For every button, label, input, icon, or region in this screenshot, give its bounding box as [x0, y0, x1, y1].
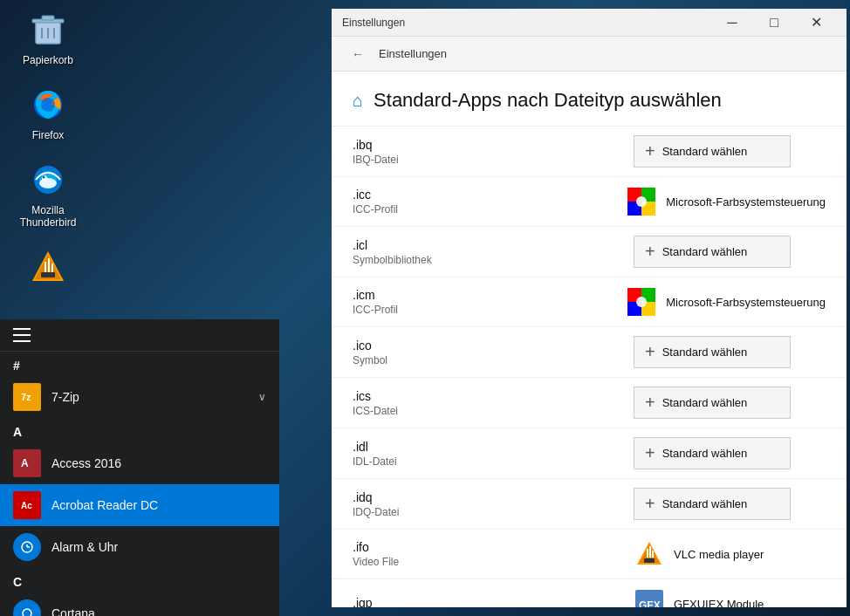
- window-controls: ─ □ ✕: [712, 9, 836, 37]
- svg-point-12: [43, 176, 45, 179]
- color-control-icon: [626, 186, 657, 217]
- plus-icon: +: [645, 494, 655, 514]
- app-acrobat-label: Acrobat Reader DC: [51, 498, 158, 512]
- file-type-info: .ifoVideo File: [353, 540, 634, 568]
- app-selector[interactable]: Microsoft-Farbsystemsteuerung: [626, 186, 826, 217]
- choose-default-label: Standard wählen: [662, 447, 748, 460]
- file-type-row: .icsICS-Datei+Standard wählen: [332, 378, 847, 428]
- file-desc: Symbol: [353, 354, 634, 366]
- file-type-row: .ibqIBQ-Datei+Standard wählen: [332, 127, 847, 177]
- app-selector[interactable]: GFX GFXUIEX Module: [634, 588, 826, 607]
- thunderbird-label: Mozilla Thunderbird: [13, 204, 83, 229]
- choose-default-button[interactable]: +Standard wählen: [634, 437, 791, 469]
- app-selector[interactable]: +Standard wählen: [634, 236, 826, 268]
- choose-default-button[interactable]: +Standard wählen: [634, 135, 791, 168]
- settings-titlebar: Einstellungen ─ □ ✕: [332, 9, 847, 37]
- app-alarm-label: Alarm & Uhr: [51, 540, 118, 554]
- maximize-button[interactable]: □: [754, 9, 794, 37]
- start-menu: # 7z 7-Zip ∨ A A: [0, 319, 279, 616]
- file-type-row: .iccICC-Profil Microsoft-Farbsystemsteue…: [332, 177, 847, 227]
- choose-default-button[interactable]: +Standard wählen: [634, 236, 791, 268]
- file-type-row: .idlIDL-Datei+Standard wählen: [332, 428, 847, 479]
- app-selector[interactable]: VLC media player: [634, 538, 826, 570]
- file-ext: .ibq: [353, 138, 634, 152]
- thunderbird-image: [27, 159, 69, 201]
- svg-text:GFX: GFX: [639, 599, 661, 607]
- app-7zip[interactable]: 7z 7-Zip ∨: [0, 376, 279, 418]
- app-acrobat[interactable]: Ac Acrobat Reader DC: [0, 484, 279, 526]
- expand-7zip-icon: ∨: [258, 391, 266, 403]
- file-desc: IDL-Datei: [353, 455, 634, 468]
- choose-default-button[interactable]: +Standard wählen: [634, 387, 791, 419]
- settings-nav: ← Einstellungen: [332, 37, 847, 72]
- svg-text:Ac: Ac: [21, 501, 32, 510]
- file-type-info: .icsICS-Datei: [353, 389, 634, 417]
- app-cortana-label: Cortana: [51, 606, 95, 616]
- app-selector[interactable]: +Standard wählen: [634, 488, 826, 520]
- thunderbird-icon[interactable]: Mozilla Thunderbird: [13, 159, 83, 229]
- gfx-icon: GFX: [634, 588, 665, 607]
- plus-icon: +: [645, 393, 655, 413]
- app-selector[interactable]: +Standard wählen: [634, 336, 826, 368]
- vlc-icon: [634, 538, 665, 570]
- file-desc: ICC-Profil: [353, 304, 626, 316]
- plus-icon: +: [645, 242, 655, 262]
- svg-rect-46: [644, 558, 655, 563]
- recycle-bin-image: [27, 9, 69, 51]
- svg-point-38: [636, 196, 647, 207]
- hamburger-line-2: [13, 334, 31, 336]
- settings-content: ⌂ Standard-Apps nach Dateityp auswählen …: [332, 72, 847, 607]
- app-selector[interactable]: +Standard wählen: [634, 135, 826, 168]
- file-ext: .ico: [353, 339, 634, 352]
- file-type-info: .iclSymbolbibliothek: [353, 238, 634, 266]
- choose-default-label: Standard wählen: [662, 245, 748, 258]
- svg-text:7z: 7z: [21, 392, 31, 402]
- page-title: Standard-Apps nach Dateityp auswählen: [374, 89, 722, 112]
- titlebar-title: Einstellungen: [342, 17, 712, 29]
- choose-default-button[interactable]: +Standard wählen: [634, 336, 791, 368]
- minimize-button[interactable]: ─: [712, 9, 752, 37]
- svg-rect-17: [48, 258, 50, 272]
- app-cortana-icon: [13, 599, 41, 616]
- section-a: A: [0, 418, 279, 442]
- file-ext: .icl: [353, 238, 634, 252]
- svg-rect-16: [45, 262, 46, 272]
- app-7zip-icon: 7z: [13, 383, 41, 411]
- file-ext: .idq: [353, 490, 634, 504]
- app-selector[interactable]: Microsoft-Farbsystemsteuerung: [626, 286, 826, 318]
- app-selector[interactable]: +Standard wählen: [634, 437, 826, 469]
- file-desc: Symbolbibliothek: [353, 254, 634, 266]
- settings-window: Einstellungen ─ □ ✕ ← Einstellungen ⌂ St…: [332, 9, 847, 607]
- file-type-info: .ibqIBQ-Datei: [353, 138, 634, 166]
- file-type-info: .icmICC-Profil: [353, 288, 626, 316]
- app-list: # 7z 7-Zip ∨ A A: [0, 352, 279, 616]
- app-alarm-icon: [13, 533, 41, 561]
- close-button[interactable]: ✕: [796, 9, 836, 37]
- back-button[interactable]: ←: [346, 42, 370, 66]
- choose-default-label: Standard wählen: [662, 346, 748, 359]
- choose-default-button[interactable]: +Standard wählen: [634, 488, 791, 520]
- recycle-bin-icon[interactable]: Papierkorb: [13, 9, 83, 66]
- firefox-image: [27, 84, 69, 126]
- file-ext: .ics: [353, 389, 634, 403]
- file-ext: .ifo: [353, 540, 634, 554]
- choose-default-label: Standard wählen: [662, 396, 748, 409]
- file-type-info: .idlIDL-Datei: [353, 440, 634, 468]
- hamburger-icon[interactable]: [13, 328, 31, 342]
- home-icon[interactable]: ⌂: [353, 91, 363, 111]
- app-access2016[interactable]: A Access 2016: [0, 442, 279, 484]
- section-hash: #: [0, 352, 279, 376]
- firefox-icon[interactable]: Firefox: [13, 84, 83, 141]
- app-alarm[interactable]: Alarm & Uhr: [0, 526, 279, 568]
- plus-icon: +: [645, 342, 655, 362]
- recycle-bin-label: Papierkorb: [23, 54, 73, 66]
- vlc-desktop-icon[interactable]: [13, 246, 83, 291]
- svg-rect-2: [42, 16, 54, 20]
- app-selector[interactable]: +Standard wählen: [634, 387, 826, 419]
- section-c: C: [0, 568, 279, 592]
- app-access2016-label: Access 2016: [51, 456, 121, 470]
- file-desc: ICS-Datei: [353, 405, 634, 417]
- file-type-row: .ifoVideo File VLC media player: [332, 530, 847, 579]
- app-cortana[interactable]: Cortana: [0, 592, 279, 616]
- svg-rect-15: [41, 272, 55, 277]
